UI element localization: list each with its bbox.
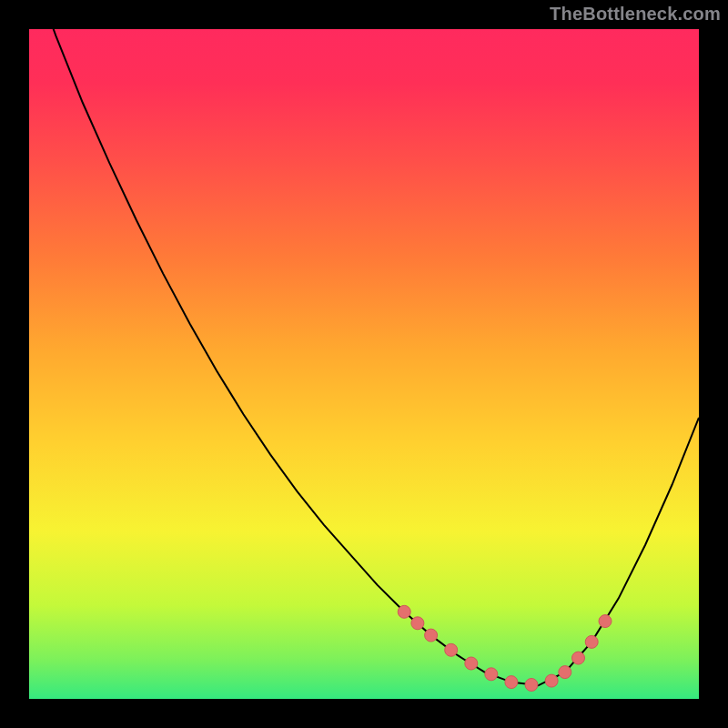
watermark-label: TheBottleneck.com	[550, 4, 721, 25]
chart-frame: TheBottleneck.com	[0, 0, 728, 728]
plot-gradient-background	[29, 29, 699, 699]
